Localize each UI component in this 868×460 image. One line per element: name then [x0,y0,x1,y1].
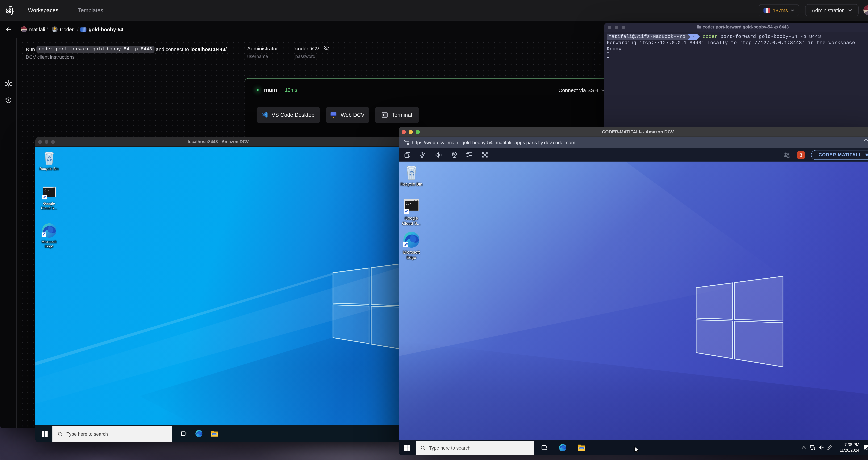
svg-text:}: } [11,6,14,15]
svg-text:C:\_: C:\_ [406,202,413,205]
svg-text:1: 1 [867,447,868,450]
svg-text:C:\_: C:\_ [44,189,51,192]
